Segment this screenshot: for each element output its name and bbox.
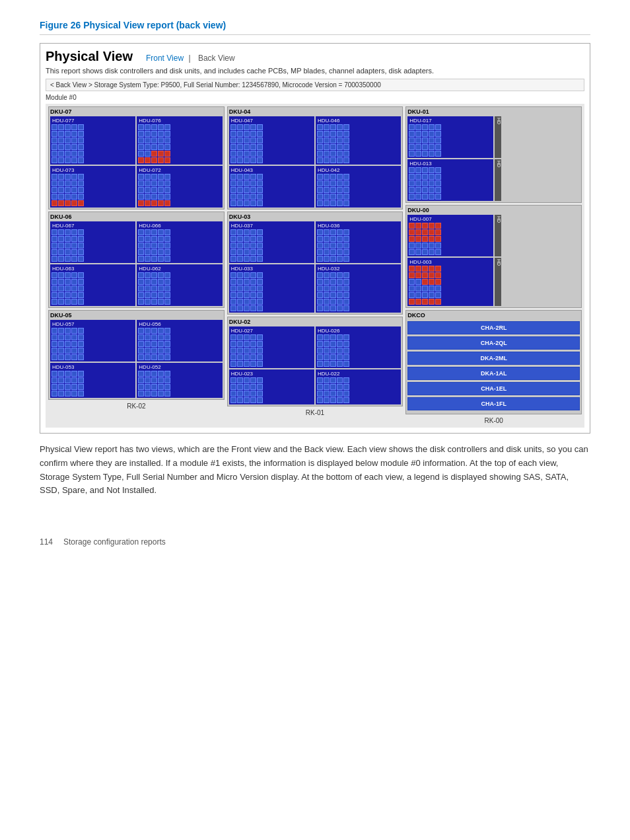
hdu-032: HDU-032	[316, 264, 401, 313]
hdu-057: HDU-057	[50, 320, 135, 362]
dku-05: DKU-05 HDU-057 HDU-056	[48, 310, 225, 400]
front-view-link[interactable]: Front View	[146, 54, 184, 63]
dkco-cha-2rl: CHA-2RL	[407, 321, 580, 334]
dku-01: DKU-01 HDU-017	[405, 106, 582, 203]
nav-separator: |	[188, 54, 190, 63]
dkco-dka-2ml: DKA-2ML	[407, 352, 580, 365]
pv-nav: Front View | Back View	[146, 54, 238, 63]
hdu-022: HDU-022	[316, 369, 401, 404]
figure-title: Figure 26 Physical View report (back vie…	[40, 20, 590, 35]
back-view-label: Back View	[198, 54, 235, 63]
hdu-072: HDU-072	[137, 166, 222, 208]
hdu-052: HDU-052	[137, 363, 222, 398]
hdu-077: HDU-077	[50, 116, 135, 165]
physical-view-box: Physical View Front View | Back View Thi…	[40, 43, 590, 434]
hdu-003: HDU-003	[407, 258, 493, 306]
hdu-023: HDU-023	[229, 369, 314, 404]
rk00-label: RK-00	[405, 416, 582, 425]
page-footer: 114 Storage configuration reports	[40, 537, 590, 547]
hdu-026: HDU-026	[316, 326, 401, 368]
hdu-027: HDU-027	[229, 326, 314, 368]
hdu-036: HDU-036	[316, 221, 401, 263]
page-number: 114	[40, 537, 53, 547]
dku-04: DKU-04 HDU-047 HDU	[227, 106, 403, 210]
dku-03: DKU-03 HDU-037 HDU-036	[227, 211, 403, 315]
hdu-067: HDU-067	[50, 221, 135, 263]
hdu-033: HDU-033	[229, 264, 314, 313]
hdu-073: HDU-073	[50, 166, 135, 208]
hdu-063: HDU-063	[50, 264, 135, 306]
hdu-066: HDU-066	[137, 221, 222, 263]
hdu-062: HDU-062	[137, 264, 222, 306]
pv-title: Physical View	[46, 49, 133, 64]
hdu-013: HDU-013	[407, 159, 493, 201]
rk02-label: RK-02	[48, 402, 225, 410]
dku-02: DKU-02 HDU-027 HDU-026	[227, 317, 403, 406]
pv-desc: This report shows disk controllers and d…	[46, 67, 584, 75]
dkco-cha-1el: CHA-1EL	[407, 382, 580, 395]
rack-rk00: DKU-01 HDU-017	[405, 106, 582, 425]
rack-rk02: DKU-07 HDU-077	[48, 106, 225, 425]
hdu-047: HDU-047	[229, 116, 314, 165]
section-label: Storage configuration reports	[63, 537, 166, 547]
hdu-076: HDU-076	[137, 116, 222, 165]
hdu-053: HDU-053	[50, 363, 135, 398]
hdu-043: HDU-043	[229, 166, 314, 208]
module-label: Module #0	[46, 94, 584, 101]
hdu-017: HDU-017	[407, 116, 493, 158]
dku-00: DKU-00 HDU-007	[405, 205, 582, 308]
diagram-area: DKU-07 HDU-077	[46, 104, 584, 428]
pv-info-bar: < Back View > Storage System Type: P9500…	[46, 79, 584, 91]
hdu-037: HDU-037	[229, 221, 314, 263]
dkco-dka-1al: DKA-1AL	[407, 367, 580, 380]
dku-07: DKU-07 HDU-077	[48, 106, 225, 210]
hdu-042: HDU-042	[316, 166, 401, 208]
dkco-section: DKCO CHA-2RL CHA-2QL DKA-2ML DKA-1AL CHA…	[405, 310, 582, 414]
hdu-056: HDU-056	[137, 320, 222, 362]
rk01-label: RK-01	[227, 408, 403, 417]
hdu-046: HDU-046	[316, 116, 401, 165]
dkco-cha-2ql: CHA-2QL	[407, 336, 580, 350]
rack-rk01: DKU-04 HDU-047 HDU	[227, 106, 403, 425]
dku-06: DKU-06 HDU-067 HDU-066	[48, 211, 225, 308]
dkco-cha-1fl: CHA-1FL	[407, 397, 580, 410]
hdu-007: HDU-007	[407, 215, 493, 256]
description-text: Physical View report has two views, whic…	[40, 443, 590, 498]
pv-header: Physical View Front View | Back View	[46, 49, 584, 64]
